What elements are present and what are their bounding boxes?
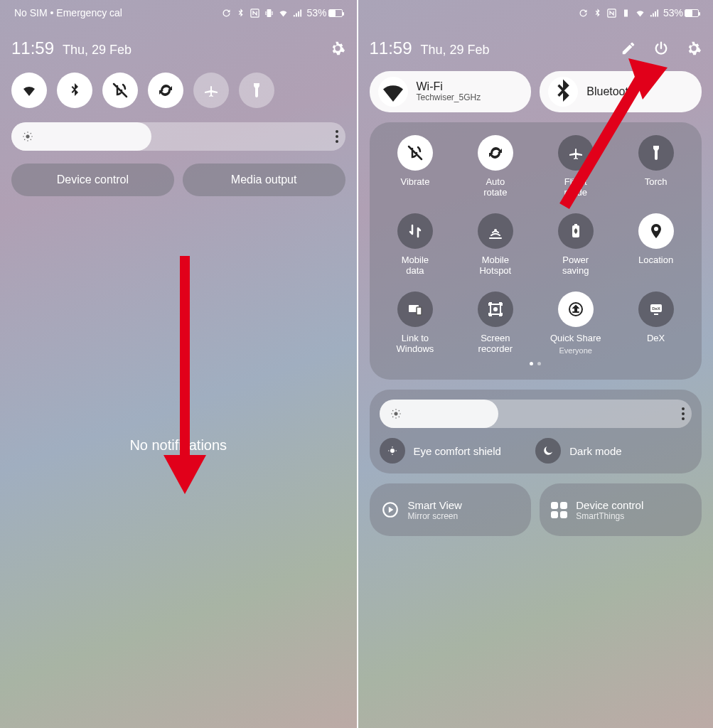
tile-title: Device control xyxy=(576,499,643,511)
svg-line-29 xyxy=(392,410,393,411)
bluetooth-icon xyxy=(592,8,603,18)
tile-sublabel: Everyone xyxy=(559,346,591,355)
nfc-icon xyxy=(606,8,617,18)
smart-view-tile[interactable]: Smart ViewMirror screen xyxy=(370,483,532,536)
brightness-more-icon[interactable] xyxy=(336,130,338,143)
power-saving-tile[interactable]: Powersaving xyxy=(535,213,616,276)
svg-point-19 xyxy=(493,307,498,311)
notification-shade-collapsed: No SIM • Emergency cal 53% 11:59 Thu, 29… xyxy=(0,0,357,728)
location-tile[interactable]: Location xyxy=(616,213,696,276)
svg-point-24 xyxy=(394,412,397,416)
clock-row: 11:59 Thu, 29 Feb xyxy=(370,38,702,58)
battery-percent: 53% xyxy=(306,7,326,18)
vibrate-icon xyxy=(621,8,631,18)
smart-view-icon xyxy=(381,500,400,519)
svg-line-7 xyxy=(24,133,25,134)
power-icon[interactable] xyxy=(653,41,669,56)
svg-rect-16 xyxy=(574,224,577,225)
brightness-slider[interactable] xyxy=(11,122,345,151)
tile-label: Vibrate xyxy=(400,176,429,187)
auto-rotate-toggle[interactable] xyxy=(148,73,183,108)
svg-line-9 xyxy=(31,133,31,134)
dex-tile[interactable]: DeX DeX xyxy=(616,291,696,355)
quick-share-tile[interactable]: Quick Share Everyone xyxy=(535,291,616,355)
clock-row: 11:59 Thu, 29 Feb xyxy=(11,38,345,58)
tile-label: Autorotate xyxy=(483,176,507,198)
wifi-tile[interactable]: Wi-FiTechwiser_5GHz xyxy=(370,71,532,112)
auto-rotate-tile[interactable]: Autorotate xyxy=(455,135,535,198)
device-control-icon xyxy=(551,502,567,518)
tile-label: Flightmode xyxy=(564,176,587,198)
quick-settings-grid: Vibrate Autorotate Flightmode Torch Mobi… xyxy=(370,122,702,380)
brightness-low-icon xyxy=(390,407,402,420)
link-to-windows-tile[interactable]: Link toWindows xyxy=(375,291,456,355)
annotation-swipe-down-arrow xyxy=(160,256,210,500)
clock-time: 11:59 xyxy=(370,38,412,58)
svg-rect-1 xyxy=(267,9,271,16)
brightness-more-icon[interactable] xyxy=(682,407,685,420)
svg-rect-14 xyxy=(624,9,628,16)
wifi-icon xyxy=(278,8,289,18)
settings-icon[interactable] xyxy=(686,41,702,56)
device-control-tile[interactable]: Device controlSmartThings xyxy=(540,483,702,536)
media-output-button[interactable]: Media output xyxy=(183,164,345,196)
svg-line-30 xyxy=(398,417,399,417)
svg-point-33 xyxy=(390,449,395,453)
quick-toggles-row xyxy=(11,73,345,108)
page-indicator[interactable] xyxy=(375,362,697,365)
status-bar: 53% xyxy=(370,0,702,23)
vibrate-toggle[interactable] xyxy=(102,73,138,108)
tile-label: DeX xyxy=(647,333,665,343)
svg-line-8 xyxy=(31,139,31,140)
flight-mode-tile[interactable]: Flightmode xyxy=(535,135,616,198)
bluetooth-icon xyxy=(548,77,578,107)
tile-subtitle: Mirror screen xyxy=(408,511,462,521)
wifi-toggle[interactable] xyxy=(11,73,47,108)
bluetooth-icon xyxy=(235,8,246,18)
no-notifications-label: No notifications xyxy=(0,437,357,454)
screen-recorder-tile[interactable]: Screenrecorder xyxy=(455,291,535,355)
torch-tile[interactable]: Torch xyxy=(616,135,696,198)
edit-icon[interactable] xyxy=(621,41,636,56)
svg-point-2 xyxy=(26,135,30,139)
quick-settings-expanded: 53% 11:59 Thu, 29 Feb Wi-FiTechwiser_5GH… xyxy=(357,0,714,728)
brightness-slider[interactable] xyxy=(380,400,692,428)
signal-icon xyxy=(649,8,660,18)
battery-percent: 53% xyxy=(663,7,683,18)
mobile-data-tile[interactable]: Mobiledata xyxy=(375,213,456,276)
tile-label: Mobiledata xyxy=(402,255,429,276)
dark-mode-toggle[interactable]: Dark mode xyxy=(535,438,692,464)
status-no-sim: No SIM • Emergency cal xyxy=(14,7,122,18)
wifi-icon xyxy=(635,8,645,18)
tile-label: Powersaving xyxy=(562,255,589,276)
tile-label: Link toWindows xyxy=(397,333,434,354)
svg-line-32 xyxy=(392,417,393,417)
tile-label: Screenrecorder xyxy=(478,333,513,354)
device-control-button[interactable]: Device control xyxy=(11,164,174,196)
wifi-title: Wi-Fi xyxy=(417,80,481,93)
settings-icon[interactable] xyxy=(330,41,345,56)
svg-marker-39 xyxy=(388,507,393,513)
svg-marker-12 xyxy=(163,455,206,494)
tile-label: Quick Share xyxy=(550,333,601,343)
tile-label: MobileHotspot xyxy=(479,255,511,276)
clock-date: Thu, 29 Feb xyxy=(421,43,490,58)
sync-icon xyxy=(221,8,232,18)
mobile-hotspot-tile[interactable]: MobileHotspot xyxy=(455,213,535,276)
airplane-toggle[interactable] xyxy=(193,73,229,108)
svg-line-10 xyxy=(24,139,25,140)
mode-label: Eye comfort shield xyxy=(414,445,501,457)
bluetooth-title: Bluetooth xyxy=(586,85,635,98)
bluetooth-tile[interactable]: Bluetooth xyxy=(540,71,702,112)
torch-toggle[interactable] xyxy=(239,73,274,108)
vibrate-icon xyxy=(264,8,274,18)
tile-label: Location xyxy=(638,255,673,265)
vibrate-tile[interactable]: Vibrate xyxy=(375,135,456,198)
bluetooth-toggle[interactable] xyxy=(57,73,92,108)
mode-label: Dark mode xyxy=(569,445,621,457)
svg-rect-22 xyxy=(654,314,658,315)
status-bar: No SIM • Emergency cal 53% xyxy=(11,0,345,23)
wifi-icon xyxy=(378,77,408,107)
eye-comfort-toggle[interactable]: Eye comfort shield xyxy=(380,438,536,464)
brightness-low-icon xyxy=(21,130,34,143)
